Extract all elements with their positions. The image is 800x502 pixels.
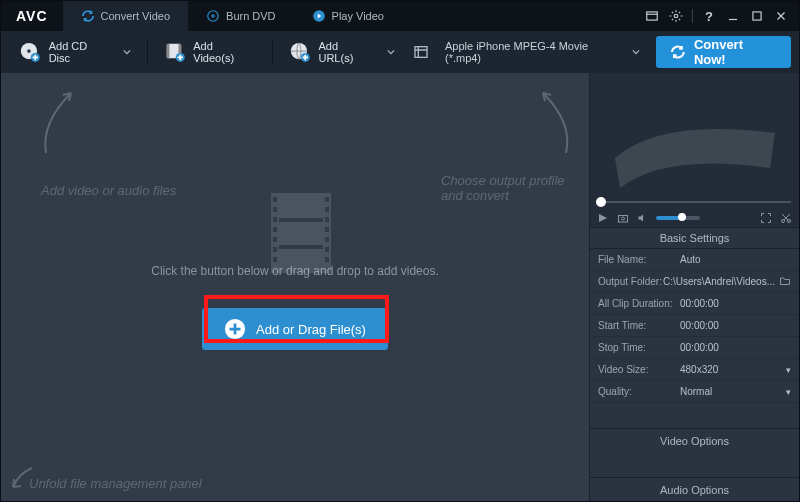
svg-rect-34 xyxy=(279,245,323,249)
tab-label: Burn DVD xyxy=(226,10,276,22)
filmstrip-icon xyxy=(610,103,780,193)
snapshot-icon[interactable] xyxy=(616,211,630,225)
chevron-down-icon: ▾ xyxy=(786,365,791,375)
profile-list-icon[interactable] xyxy=(413,44,429,60)
side-panel: Basic Settings File Name: Auto Output Fo… xyxy=(589,73,799,501)
svg-point-37 xyxy=(622,217,625,220)
setting-label: File Name: xyxy=(598,254,680,265)
setting-value: 00:00:00 xyxy=(680,298,791,309)
hint-arrow-icon xyxy=(531,83,581,163)
setting-value[interactable]: Normal▾ xyxy=(680,386,791,397)
chevron-down-icon xyxy=(387,48,395,56)
hint-text-choose: Choose output profile and convert xyxy=(441,173,589,203)
svg-rect-15 xyxy=(415,47,427,58)
add-or-drag-files-button[interactable]: Add or Drag File(s) xyxy=(202,308,388,350)
svg-rect-3 xyxy=(647,12,658,20)
chevron-down-icon: ▾ xyxy=(786,387,791,397)
setting-label: Start Time: xyxy=(598,320,680,331)
volume-slider[interactable] xyxy=(656,216,700,220)
svg-rect-30 xyxy=(325,237,329,242)
tab-burn-dvd[interactable]: Burn DVD xyxy=(188,1,294,31)
tab-label: Convert Video xyxy=(101,10,171,22)
hint-text-unfold: Unfold file management panel xyxy=(29,476,202,491)
button-label: Add Video(s) xyxy=(193,40,256,64)
setting-row-clip-duration: All Clip Duration: 00:00:00 xyxy=(590,293,799,315)
button-label: Add or Drag File(s) xyxy=(256,322,366,337)
setting-row-stop-time: Stop Time: 00:00:00 xyxy=(590,337,799,359)
seek-knob[interactable] xyxy=(596,197,606,207)
gear-icon[interactable] xyxy=(668,8,684,24)
setting-value[interactable]: 00:00:00 xyxy=(680,320,791,331)
svg-rect-26 xyxy=(325,197,329,202)
volume-icon[interactable] xyxy=(636,211,650,225)
drop-zone[interactable]: Add video or audio files Choose output p… xyxy=(1,73,589,501)
button-label: Convert Now! xyxy=(694,37,777,67)
svg-rect-24 xyxy=(273,247,277,252)
scissors-icon[interactable] xyxy=(779,211,793,225)
seek-bar[interactable] xyxy=(598,201,791,203)
tab-play-video[interactable]: Play Video xyxy=(294,1,402,31)
svg-point-7 xyxy=(27,49,31,53)
play-icon[interactable] xyxy=(596,211,610,225)
setting-value[interactable]: 480x320▾ xyxy=(680,364,791,375)
svg-rect-5 xyxy=(753,12,761,20)
add-cd-disc-button[interactable]: Add CD Disc xyxy=(9,37,141,67)
fullscreen-icon[interactable] xyxy=(759,211,773,225)
add-urls-button[interactable]: Add URL(s) xyxy=(279,37,405,67)
svg-point-4 xyxy=(674,14,678,18)
svg-rect-32 xyxy=(325,257,329,262)
setting-label: Stop Time: xyxy=(598,342,680,353)
setting-value[interactable]: 00:00:00 xyxy=(680,342,791,353)
setting-label: All Clip Duration: xyxy=(598,298,680,309)
svg-rect-16 xyxy=(279,193,323,273)
svg-rect-22 xyxy=(273,227,277,232)
close-icon[interactable] xyxy=(773,8,789,24)
setting-label: Video Size: xyxy=(598,364,680,375)
browse-folder-icon[interactable] xyxy=(779,276,791,288)
svg-rect-33 xyxy=(279,218,323,222)
button-label: Add CD Disc xyxy=(49,40,111,64)
setting-row-filename: File Name: Auto xyxy=(590,249,799,271)
convert-now-button[interactable]: Convert Now! xyxy=(656,36,791,68)
play-icon xyxy=(312,9,326,23)
svg-rect-10 xyxy=(166,44,169,58)
plus-circle-icon xyxy=(224,318,246,340)
svg-rect-20 xyxy=(273,207,277,212)
refresh-icon xyxy=(81,9,95,23)
maximize-icon[interactable] xyxy=(749,8,765,24)
output-profile-select[interactable]: Apple iPhone MPEG-4 Movie (*.mp4) xyxy=(437,37,648,67)
video-options-button[interactable]: Video Options xyxy=(590,428,799,452)
hint-text-add: Add video or audio files xyxy=(41,183,176,198)
toolbar: Add CD Disc Add Video(s) Add URL(s) Appl… xyxy=(1,31,799,73)
svg-point-1 xyxy=(212,15,214,17)
add-videos-button[interactable]: Add Video(s) xyxy=(154,37,266,67)
skin-icon[interactable] xyxy=(644,8,660,24)
chevron-down-icon xyxy=(632,48,640,56)
refresh-icon xyxy=(670,44,686,60)
title-bar: AVC Convert Video Burn DVD Play Video ? xyxy=(1,1,799,31)
button-label: Add URL(s) xyxy=(318,40,375,64)
svg-rect-27 xyxy=(325,207,329,212)
audio-options-button[interactable]: Audio Options xyxy=(590,477,799,501)
svg-rect-25 xyxy=(273,257,277,262)
setting-row-quality: Quality: Normal▾ xyxy=(590,381,799,403)
chevron-down-icon xyxy=(123,48,131,56)
setting-value[interactable]: C:\Users\Andrei\Videos... xyxy=(663,276,791,288)
help-icon[interactable]: ? xyxy=(701,8,717,24)
svg-rect-19 xyxy=(273,197,277,202)
setting-row-start-time: Start Time: 00:00:00 xyxy=(590,315,799,337)
tab-convert-video[interactable]: Convert Video xyxy=(63,1,189,31)
svg-rect-28 xyxy=(325,217,329,222)
svg-point-0 xyxy=(208,11,219,22)
settings-header: Basic Settings xyxy=(590,228,799,249)
minimize-icon[interactable] xyxy=(725,8,741,24)
setting-label: Output Folder: xyxy=(598,276,663,287)
profile-selected-label: Apple iPhone MPEG-4 Movie (*.mp4) xyxy=(445,40,624,64)
setting-value[interactable]: Auto xyxy=(680,254,791,265)
setting-row-video-size: Video Size: 480x320▾ xyxy=(590,359,799,381)
settings-table: File Name: Auto Output Folder: C:\Users\… xyxy=(590,249,799,403)
setting-row-output-folder: Output Folder: C:\Users\Andrei\Videos... xyxy=(590,271,799,293)
hint-arrow-icon xyxy=(36,83,86,163)
filmstrip-icon xyxy=(271,193,331,273)
svg-rect-21 xyxy=(273,217,277,222)
